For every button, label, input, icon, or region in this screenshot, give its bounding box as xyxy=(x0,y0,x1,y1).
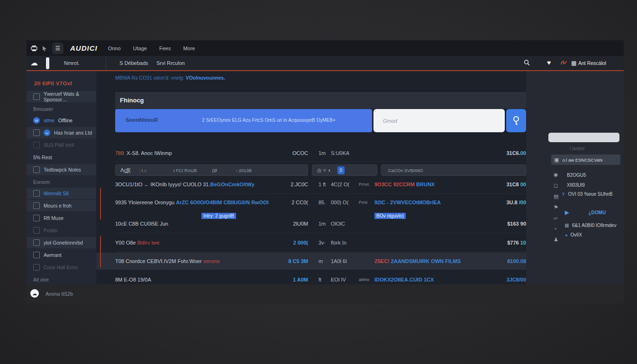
doc-icon xyxy=(33,227,40,234)
panel-item[interactable]: ◂ OvlIX xyxy=(565,232,582,237)
menu-item-3[interactable]: Fees xyxy=(159,46,171,51)
panel-item[interactable]: B2OGU5 xyxy=(567,173,586,178)
record-icon[interactable]: ◉ xyxy=(554,172,558,178)
activity-icon[interactable] xyxy=(560,59,567,66)
right-panel: I lwdee ▣ o.l aw ESNCSCVaN ◉ ◻ ▤ ⚑ ▱ ◔ ♟… xyxy=(526,71,624,284)
sidebar-item-has-new[interactable]: ω Has hrae ans Ltd xyxy=(27,127,96,138)
cursor-icon[interactable] xyxy=(42,46,47,51)
clock-icon[interactable]: ◔ xyxy=(554,226,558,232)
list-icon xyxy=(33,129,40,136)
sidebar-scroll-indicator xyxy=(100,188,101,219)
thumbnail-icon xyxy=(565,224,569,228)
sidebar-item-ytol[interactable]: ytol Gonetinnnrbd xyxy=(27,237,96,248)
sidebar-item-postin[interactable]: Postin xyxy=(27,225,96,236)
toolbar-label-1[interactable]: I FCI RAUB xyxy=(173,168,197,173)
bullet-icon: ◂ xyxy=(565,233,567,237)
page-title: Fhinocg xyxy=(120,97,144,104)
table-row[interactable]: 9935 Yloiereene Oronygu ArZC 6O0O/O4BIM … xyxy=(115,193,526,211)
user-badge-icon: ω xyxy=(44,129,50,136)
toolbar-group-submit[interactable]: CaCOv SVBIIIItO xyxy=(381,164,526,176)
panel-item[interactable]: T OVI 03 %eue SUhnB xyxy=(562,191,612,197)
type-icon: T xyxy=(562,192,565,197)
sidebar-group-1: Bmouwer xyxy=(33,107,96,112)
table-row[interactable]: 789X-S8. Anoc IWinmp OCOC 1m S:U0KA 31C6… xyxy=(115,145,526,162)
toolbar-label-2[interactable]: (Ø xyxy=(212,168,217,173)
counter-toggle[interactable]: 0 xyxy=(337,166,345,174)
table-row[interactable]: 8M E-O8 19/0A 1 A0M ft EOl IV aMne IDOKX… xyxy=(115,271,526,284)
toolbar-group-view[interactable]: ◎ ˅ ◖ 0 xyxy=(312,164,377,176)
workspace-label[interactable]: Nmrot. xyxy=(64,60,80,66)
panel-item-active[interactable]: ▶ ¿DOMU xyxy=(565,209,606,216)
flag-icon[interactable]: ⚑ xyxy=(554,204,558,210)
grid-icon[interactable]: ▤ xyxy=(554,193,558,200)
menu-item-4[interactable]: More xyxy=(183,46,195,51)
footer: ☁ Anona ItS2b xyxy=(27,284,624,303)
section-header: Fhinocg xyxy=(115,92,526,109)
doc-icon xyxy=(33,190,40,197)
table-row[interactable]: 10cE C8B CU0I5E Jun 2lU0M 1m OlOlC $163 … xyxy=(115,215,526,233)
view-icons[interactable]: ◎ ˅ ◖ xyxy=(317,167,331,173)
search-icon[interactable] xyxy=(523,59,530,66)
sidebar-item-online[interactable]: W vtme Offline xyxy=(27,115,96,126)
topbar: ☁ Nmrot. S Débebads Srvi Rrculon ♥ ▦ Ant… xyxy=(27,56,624,71)
note-icon xyxy=(33,166,40,173)
sidebar-item-feedback[interactable]: Tedtswpck Noles xyxy=(27,164,96,175)
banner-message: 2 SrEEOynov ELG Azu FrtcS OmS un lo Acqu… xyxy=(172,118,365,123)
main-content: MBWA Rs CO31 odon'd: vnelg: VOolnuvounne… xyxy=(96,71,526,284)
folder-icon[interactable]: ▱ xyxy=(554,215,558,221)
panel-scrollbar[interactable] xyxy=(548,133,619,142)
tab-downloads[interactable]: S Débebads xyxy=(119,60,148,66)
doc-icon xyxy=(33,202,40,209)
menu-item-2[interactable]: Utage xyxy=(133,46,147,51)
menu-item-1[interactable]: Onno xyxy=(108,46,121,51)
user-avatar[interactable]: ☁ xyxy=(30,289,39,298)
doc-icon xyxy=(33,239,40,246)
doc-icon xyxy=(33,142,40,148)
table-row[interactable]: Y00 O8e 8ldIrv twe 2 000( 3v· flork In $… xyxy=(115,234,526,252)
cloud-icon[interactable]: ☁ xyxy=(30,58,38,67)
search-button[interactable] xyxy=(506,109,526,132)
menu-icon[interactable]: ☰ xyxy=(52,43,64,54)
sidebar-item-rest[interactable]: 5% Rest xyxy=(27,152,96,163)
table-row[interactable]: 3OCU1/1tO ← IKOnIb Iyyys! CUOLO 31.BeGOn… xyxy=(115,175,526,194)
history-icons[interactable]: : I ⌂ xyxy=(139,168,146,173)
sidebar-item-pinned[interactable]: Yweruef Wats & Sponsor… xyxy=(27,91,96,102)
drag-handle[interactable] xyxy=(46,57,49,69)
toolbar-label-3[interactable]: ‹ 2013B xyxy=(236,168,252,173)
tab-preview[interactable]: Srvi Rrculon xyxy=(156,60,185,66)
doc-icon xyxy=(33,264,40,271)
notice-link[interactable]: MBWA Rs CO31 odon'd: vnelg: VOolnuvounne… xyxy=(115,75,225,81)
account-row[interactable]: ▣ o.l aw ESNCSCVaN xyxy=(551,155,620,165)
panel-hint: I lwdee xyxy=(570,146,585,151)
draw-tools-icons[interactable]: Λϛʃʃ( xyxy=(120,167,130,173)
apps-grid-icon[interactable]: ▦ xyxy=(571,60,576,66)
panel-item[interactable]: 6&1 A0BI0 IOIlrmdev xyxy=(565,223,616,228)
toolbar-group-tools[interactable]: Λϛʃʃ( : I ⌂ I FCI RAUB (Ø ‹ 2013B xyxy=(115,164,308,176)
sidebar-item-wennilit[interactable]: Wennilit S8 xyxy=(27,188,96,199)
row-link[interactable]: BeGOnCmkO/tWy xyxy=(210,182,255,187)
doc-icon xyxy=(33,93,40,100)
sidebar-item-mours[interactable]: Mours e froh xyxy=(27,200,96,211)
sidebar-item-awmant[interactable]: Awmant xyxy=(27,249,96,261)
favorites-icon[interactable]: ♥ xyxy=(547,59,551,66)
printer-icon[interactable] xyxy=(30,45,38,52)
status-icon: W xyxy=(33,117,40,124)
user-icon[interactable]: ♟ xyxy=(554,237,558,243)
badge-icon: ▣ xyxy=(554,157,559,163)
divider xyxy=(106,57,106,70)
info-banner[interactable]: SoeeiNteeuR 2 SrEEOynov ELG Azu FrtcS Om… xyxy=(115,109,372,132)
panel-item[interactable]: XIl03Ul9 xyxy=(567,182,585,188)
sidebar-item-coos[interactable]: Coos Holl Errrn xyxy=(27,262,96,273)
lock-icon[interactable]: ◻ xyxy=(554,182,558,189)
menubar: ☰ AUDICI Onno Utage Fees More xyxy=(27,40,624,56)
sidebar-item-rft[interactable]: Rft Muse xyxy=(27,212,96,224)
row-link[interactable]: ArZC 6O0O/O4BIM CBIIUG0/N RwOOl xyxy=(176,200,269,205)
sidebar-item-disabled[interactable]: SU3 PWI IrIrII xyxy=(27,139,96,151)
app-canvas: ☰ AUDICI Onno Utage Fees More ☁ Nmrot. S… xyxy=(27,40,624,284)
user-name: Anona ItS2b xyxy=(46,291,73,297)
app-logo: AUDICI xyxy=(70,44,98,52)
sidebar: 2II 6IPII V7Oxf Yweruef Wats & Sponsor… … xyxy=(27,71,96,284)
search-input[interactable] xyxy=(373,109,505,132)
table-row[interactable]: T08 Cnordce CEBVI.IV2M Fohr.Woer sensns … xyxy=(96,253,526,270)
apps-label[interactable]: Ant Rescálol xyxy=(578,60,606,66)
